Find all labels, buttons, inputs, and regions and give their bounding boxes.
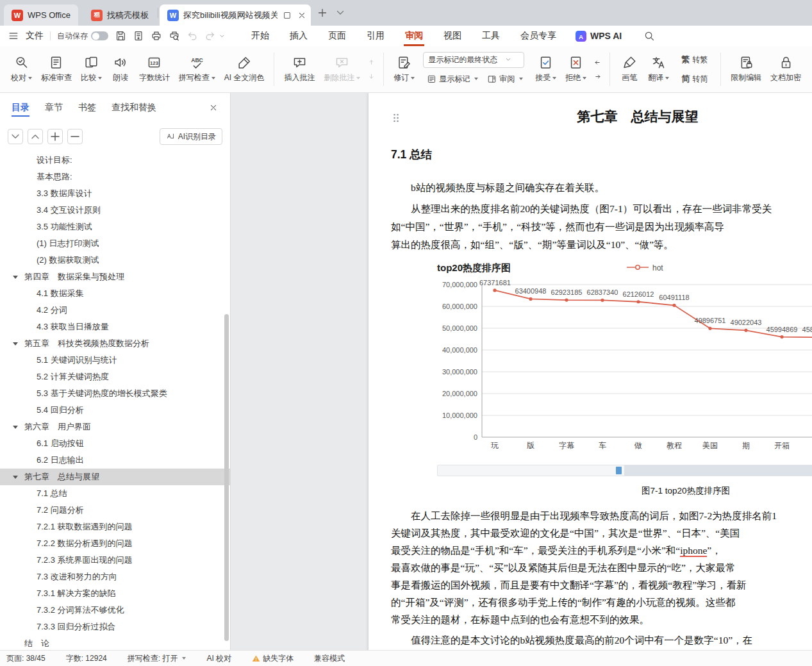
menu-tab[interactable]: 审阅 — [395, 26, 433, 46]
print-icon[interactable] — [151, 30, 162, 42]
toc-item[interactable]: 7.3.3 回归分析过拟合 — [0, 619, 230, 635]
toc-item[interactable]: 7.2.1 获取数据遇到的问题 — [0, 519, 230, 535]
toc-item[interactable]: 4.2 分词 — [0, 302, 230, 319]
toc-item[interactable]: 设计目标: — [0, 152, 230, 169]
toc-item[interactable]: 3.5 功能性测试 — [0, 219, 230, 235]
toc-scrollbar[interactable] — [224, 314, 229, 641]
missing-font-indicator[interactable]: 缺失字体 — [252, 653, 294, 664]
page-indicator[interactable]: 页面: 38/45 — [6, 653, 46, 664]
expand-all-button[interactable] — [47, 129, 63, 144]
toc-item[interactable]: (2) 数据获取测试 — [0, 252, 230, 269]
restrict-edit-button[interactable]: 限制编辑 — [726, 49, 766, 90]
collapse-triangle-icon[interactable] — [13, 276, 18, 279]
toc-item[interactable]: 结 论 — [0, 635, 230, 650]
toc-item[interactable]: 5.1 关键词识别与统计 — [0, 352, 230, 369]
toc-item[interactable]: 7.2.3 系统界面出现的问题 — [0, 552, 230, 569]
track-changes-button[interactable]: 修订 — [389, 49, 419, 90]
collapse-all-button[interactable] — [67, 129, 83, 144]
popout-window-icon[interactable] — [282, 10, 292, 21]
toc-item[interactable]: 第五章 科技类视频热度数据分析 — [0, 335, 230, 352]
toc-item[interactable]: 7.3.1 解决方案的缺陷 — [0, 585, 230, 602]
menu-tab[interactable]: 视图 — [433, 26, 472, 46]
brush-button[interactable]: 画笔 — [615, 49, 643, 90]
document-area[interactable]: 第七章 总结与展望 7.1 总结 b站的视频热度与标题之间确实存在着关联。 从整… — [231, 93, 812, 650]
word-count-indicator[interactable]: 字数: 12924 — [66, 653, 107, 664]
document-page[interactable]: 第七章 总结与展望 7.1 总结 b站的视频热度与标题之间确实存在着关联。 从整… — [369, 93, 812, 650]
toc-item[interactable]: 基本思路: — [0, 169, 230, 185]
toc-panel-tab[interactable]: 书签 — [78, 93, 96, 122]
toc-item[interactable]: 7.3 改进和努力的方向 — [0, 569, 230, 585]
print-preview-icon[interactable] — [169, 30, 180, 42]
read-aloud-button[interactable]: 朗读 — [106, 49, 135, 90]
toc-item[interactable]: 3.3 数据库设计 — [0, 185, 230, 202]
translate-button[interactable]: 翻译 — [643, 49, 674, 90]
toc-item[interactable]: 第七章 总结与展望 — [0, 469, 230, 485]
toc-item[interactable]: 3.4 交互设计原则 — [0, 202, 230, 219]
toc-panel-tab[interactable]: 查找和替换 — [112, 93, 156, 122]
show-markup-button[interactable]: 显示标记 — [423, 71, 482, 87]
tab-docer-template[interactable]: 稻 找稿壳模板 — [83, 4, 156, 26]
file-menu[interactable]: 文件 — [26, 30, 44, 42]
undo-icon[interactable] — [186, 30, 198, 42]
reject-button[interactable]: 拒绝 — [561, 49, 591, 90]
spellcheck-indicator[interactable]: 拼写检查: 打开 — [128, 653, 186, 664]
review-pane-button[interactable]: 审阅 — [483, 71, 527, 87]
tab-wps-home[interactable]: W WPS Office — [4, 4, 78, 26]
redo-dropdown-icon[interactable] — [219, 33, 226, 40]
toc-panel-tab[interactable]: 章节 — [45, 93, 63, 122]
proofread-button[interactable]: 校对 — [6, 49, 37, 90]
collapse-triangle-icon[interactable] — [13, 342, 18, 345]
redo-icon[interactable] — [204, 30, 216, 42]
menu-tab[interactable]: 引用 — [356, 26, 395, 46]
menu-tab[interactable]: 页面 — [318, 26, 356, 46]
menu-tab[interactable]: 插入 — [279, 26, 318, 46]
autosave-toggle[interactable]: 自动保存 — [57, 31, 108, 42]
ai-recognize-toc-button[interactable]: AI识别目录 — [160, 128, 222, 145]
toc-item[interactable]: 7.2.2 数据分析遇到的问题 — [0, 535, 230, 552]
toc-item[interactable]: 7.3.2 分词算法不够优化 — [0, 602, 230, 619]
toc-item[interactable]: 6.1 启动按钮 — [0, 435, 230, 452]
to-traditional-button[interactable]: 繁 转繁 — [677, 52, 711, 68]
close-tab-icon[interactable] — [297, 10, 307, 21]
accept-button[interactable]: 接受 — [531, 49, 561, 90]
export-icon[interactable] — [133, 30, 144, 42]
menu-tab[interactable]: 开始 — [241, 26, 279, 46]
insert-comment-button[interactable]: 插入批注 — [279, 49, 319, 90]
toc-item[interactable]: 5.4 回归分析 — [0, 402, 230, 419]
toc-item[interactable]: 4.3 获取当日播放量 — [0, 319, 230, 335]
next-heading-button[interactable] — [8, 129, 23, 144]
tab-list-button[interactable] — [334, 6, 347, 19]
save-icon[interactable] — [115, 30, 126, 42]
encrypt-button[interactable]: 文档加密 — [766, 49, 806, 90]
toc-item[interactable]: 7.1 总结 — [0, 485, 230, 502]
ai-polish-button[interactable]: AI 全文润色 — [220, 49, 269, 90]
drag-handle-icon[interactable] — [392, 112, 401, 124]
toc-item[interactable]: 7.2 问题分析 — [0, 502, 230, 519]
standard-review-button[interactable]: 标准审查 — [37, 49, 76, 90]
toc-item[interactable]: 第六章 用户界面 — [0, 419, 230, 435]
previous-change-icon[interactable] — [593, 58, 602, 67]
wps-ai-button[interactable]: A WPS AI — [576, 31, 622, 42]
embedded-chart-object[interactable]: top20热度排序图 hot 010,000,00020,000,00030,0… — [437, 260, 812, 476]
menu-tab[interactable]: 工具 — [472, 26, 510, 46]
toc-item[interactable]: 第四章 数据采集与预处理 — [0, 269, 230, 285]
markup-state-select[interactable]: 显示标记的最终状态 — [423, 52, 524, 68]
previous-comment-icon[interactable] — [367, 58, 376, 67]
toc-item[interactable]: 6.2 日志输出 — [0, 452, 230, 469]
menu-tab[interactable]: 会员专享 — [510, 26, 567, 46]
collapse-triangle-icon[interactable] — [13, 476, 18, 479]
chart-scrollbar-thumb[interactable] — [616, 467, 622, 474]
chart-scrollbar[interactable] — [437, 465, 812, 476]
delete-comment-button[interactable]: 删除批注 — [319, 49, 365, 90]
close-panel-icon[interactable] — [208, 103, 219, 113]
toc-panel-tab[interactable]: 目录 — [12, 93, 29, 122]
compare-button[interactable]: 比较 — [76, 49, 106, 90]
toc-item[interactable]: (1) 日志打印测试 — [0, 235, 230, 252]
spell-check-button[interactable]: ABC 拼写检查 — [174, 49, 220, 90]
search-icon[interactable] — [643, 30, 655, 42]
toc-item[interactable]: 4.1 数据采集 — [0, 285, 230, 302]
previous-heading-button[interactable] — [28, 129, 43, 144]
collapse-triangle-icon[interactable] — [13, 426, 18, 429]
next-change-icon[interactable] — [593, 72, 602, 81]
new-tab-button[interactable] — [316, 6, 329, 19]
